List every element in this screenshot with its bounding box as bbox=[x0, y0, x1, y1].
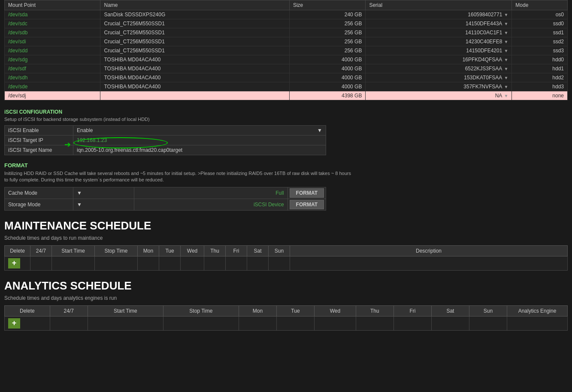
anal-col-start: Start Time bbox=[88, 305, 163, 316]
format-section-label: FORMAT bbox=[4, 162, 568, 169]
disk-mode: none bbox=[512, 91, 568, 100]
storage-mode-row: Storage Mode ▼ iSCSI Device FORMAT bbox=[5, 199, 326, 210]
disk-row: /dev/sdaSanDisk SDSSDXPS240G240 GB160598… bbox=[5, 10, 568, 19]
analytics-add-row: + bbox=[5, 316, 568, 330]
disk-name: Crucial_CT256M550SSD1 bbox=[100, 19, 289, 28]
disk-name: TOSHIBA MD04ACA400 bbox=[100, 64, 289, 73]
maintenance-add-cell: + bbox=[5, 256, 30, 270]
disk-row: /dev/sdeTOSHIBA MD04ACA4004000 GB357FK7N… bbox=[5, 82, 568, 91]
anal-col-mon: Mon bbox=[239, 305, 276, 316]
maintenance-add-row: + bbox=[5, 256, 568, 270]
disk-mount: /dev/sdh bbox=[5, 73, 100, 82]
disk-mode: os0 bbox=[512, 10, 568, 19]
disk-size: 256 GB bbox=[289, 28, 366, 37]
cache-mode-label: Cache Mode bbox=[5, 187, 73, 199]
col-serial: Serial bbox=[366, 0, 512, 10]
storage-mode-format-button[interactable]: FORMAT bbox=[290, 200, 324, 209]
disk-size: 4000 GB bbox=[289, 64, 366, 73]
maint-col-thu: Thu bbox=[204, 245, 226, 256]
anal-row-247 bbox=[50, 316, 88, 330]
disk-row: /dev/sddCrucial_CT256M550SSD1256 GB14150… bbox=[5, 46, 568, 55]
anal-col-tue: Tue bbox=[276, 305, 314, 316]
anal-row-sat bbox=[431, 316, 469, 330]
maint-col-fri: Fri bbox=[226, 245, 247, 256]
disk-name: TOSHIBA MD04ACA400 bbox=[100, 82, 289, 91]
anal-row-thu bbox=[356, 316, 393, 330]
disk-name bbox=[100, 91, 289, 100]
disk-mode: hdd1 bbox=[512, 64, 568, 73]
iscsi-name-row: iSCSI Target Name iqn.2005-10.org.freena… bbox=[5, 145, 326, 155]
iscsi-enable-label: iSCSI Enable bbox=[5, 126, 73, 136]
maint-row-wed bbox=[181, 256, 204, 270]
disk-row: /dev/sdbCrucial_CT256M550SSD1256 GB14110… bbox=[5, 28, 568, 37]
disk-size: 256 GB bbox=[289, 46, 366, 55]
anal-col-thu: Thu bbox=[356, 305, 393, 316]
disk-mode: ssd1 bbox=[512, 28, 568, 37]
maint-col-desc: Description bbox=[290, 245, 568, 256]
disk-table: Mount Point Name Size Serial Mode /dev/s… bbox=[4, 0, 568, 100]
cache-mode-arrow: ▼ bbox=[77, 190, 82, 196]
iscsi-ip-label: iSCSI Target IP bbox=[5, 136, 73, 145]
disk-serial: 14150DFE443A▼ bbox=[366, 19, 512, 28]
disk-serial: 357FK7NVFSAA▼ bbox=[366, 82, 512, 91]
disk-mount: /dev/sdc bbox=[5, 19, 100, 28]
disk-size: 256 GB bbox=[289, 37, 366, 46]
disk-name: Crucial_CT256M550SSD1 bbox=[100, 37, 289, 46]
disk-row: /dev/sdgTOSHIBA MD04ACA4004000 GB16PFKD4… bbox=[5, 55, 568, 64]
disk-size: 240 GB bbox=[289, 10, 366, 19]
maint-row-start bbox=[52, 256, 95, 270]
format-table: Cache Mode ▼ Full FORMAT Storage Mode ▼ bbox=[4, 187, 326, 211]
disk-row: /dev/sdiCrucial_CT256M550SSD1256 GB14230… bbox=[5, 37, 568, 46]
cache-mode-format-button[interactable]: FORMAT bbox=[290, 188, 324, 198]
anal-row-start bbox=[88, 316, 163, 330]
analytics-schedule-table: Delete 24/7 Start Time Stop Time Mon Tue… bbox=[4, 305, 568, 331]
disk-row: /dev/sdfTOSHIBA MD04ACA4004000 GB6522KJS… bbox=[5, 64, 568, 73]
anal-col-247: 24/7 bbox=[50, 305, 88, 316]
analytics-schedule-desc: Schedule times and days analytics engine… bbox=[4, 295, 568, 301]
maint-col-wed: Wed bbox=[181, 245, 204, 256]
anal-col-stop: Stop Time bbox=[163, 305, 239, 316]
anal-row-fri bbox=[393, 316, 431, 330]
anal-col-wed: Wed bbox=[314, 305, 356, 316]
analytics-add-button[interactable]: + bbox=[8, 318, 20, 329]
storage-mode-dropdown[interactable]: ▼ bbox=[73, 199, 134, 210]
iscsi-config-table: iSCSI Enable Enable ▼ iSCSI Target IP 19… bbox=[4, 125, 326, 155]
disk-mode: ssd0 bbox=[512, 19, 568, 28]
storage-mode-label: Storage Mode bbox=[5, 199, 73, 210]
disk-mount: /dev/sdj bbox=[5, 91, 100, 100]
iscsi-enable-row: iSCSI Enable Enable ▼ bbox=[5, 126, 326, 136]
iscsi-enable-value[interactable]: Enable ▼ bbox=[73, 126, 326, 136]
maint-col-tue: Tue bbox=[159, 245, 181, 256]
anal-row-tue bbox=[276, 316, 314, 330]
iscsi-enable-arrow: ▼ bbox=[317, 127, 322, 133]
disk-size: 4000 GB bbox=[289, 55, 366, 64]
disk-mode: hdd3 bbox=[512, 82, 568, 91]
disk-serial: 6522KJS3FSAA▼ bbox=[366, 64, 512, 73]
disk-mode: ssd3 bbox=[512, 46, 568, 55]
disk-size: 4000 GB bbox=[289, 82, 366, 91]
disk-mode: hdd0 bbox=[512, 55, 568, 64]
anal-row-wed bbox=[314, 316, 356, 330]
disk-name: SanDisk SDSSDXPS240G bbox=[100, 10, 289, 19]
disk-serial: NA▼ bbox=[366, 91, 512, 100]
disk-serial: 14110C0AC1F1▼ bbox=[366, 28, 512, 37]
iscsi-name-label: iSCSI Target Name bbox=[5, 145, 73, 155]
disk-row: /dev/sdhTOSHIBA MD04ACA4004000 GB153DKAT… bbox=[5, 73, 568, 82]
disk-serial: 160598402771▼ bbox=[366, 10, 512, 19]
disk-mode: hdd2 bbox=[512, 73, 568, 82]
disk-name: Crucial_CT256M550SSD1 bbox=[100, 46, 289, 55]
disk-row: /dev/sdcCrucial_CT256M550SSD1256 GB14150… bbox=[5, 19, 568, 28]
maint-row-desc bbox=[290, 256, 568, 270]
iscsi-ip-value[interactable]: 192.168.1.23 bbox=[73, 136, 326, 145]
cache-mode-value: Full bbox=[134, 187, 288, 199]
iscsi-section-label: iSCSI CONFIGURATION bbox=[4, 109, 568, 115]
disk-mount: /dev/sda bbox=[5, 10, 100, 19]
maint-col-247: 24/7 bbox=[30, 245, 52, 256]
maintenance-add-button[interactable]: + bbox=[8, 258, 20, 268]
disk-size: 4000 GB bbox=[289, 73, 366, 82]
cache-mode-dropdown[interactable]: ▼ bbox=[73, 187, 134, 199]
anal-row-stop bbox=[163, 316, 239, 330]
disk-size: 256 GB bbox=[289, 19, 366, 28]
maint-row-mon bbox=[138, 256, 159, 270]
maint-col-mon: Mon bbox=[138, 245, 159, 256]
